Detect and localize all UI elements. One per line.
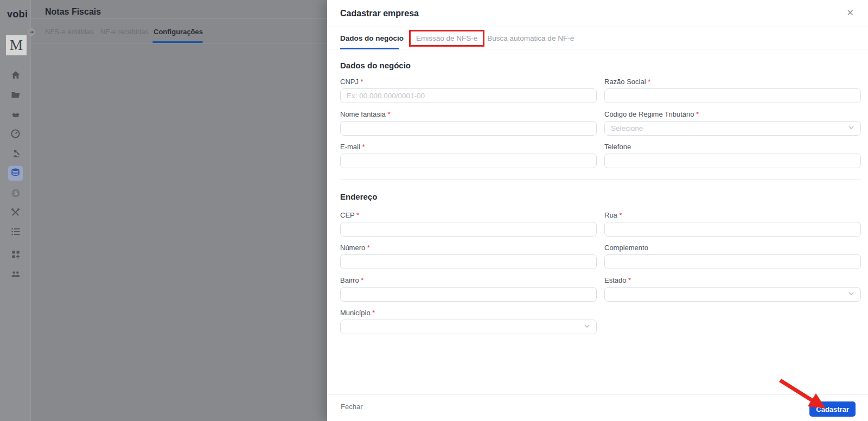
- field-rua: Rua *: [604, 211, 861, 237]
- field-complemento: Complemento: [604, 244, 861, 269]
- required-asterisk: *: [362, 143, 365, 151]
- tab-nfe-recebidas[interactable]: NF-e recebidas: [100, 28, 149, 36]
- field-bairro: Bairro *: [340, 276, 597, 302]
- page-title: Notas Fiscais: [45, 7, 101, 17]
- rua-input[interactable]: [604, 222, 861, 237]
- worker-icon: [10, 148, 21, 159]
- expand-arrow-icon: ⇥: [29, 30, 34, 35]
- codigo-de-regime-tributario-select[interactable]: Selecione: [604, 121, 861, 136]
- folder-icon: [10, 90, 21, 100]
- section-heading-endereco: Endereço: [340, 192, 861, 201]
- close-icon[interactable]: ✕: [847, 8, 854, 19]
- required-asterisk: *: [628, 276, 631, 284]
- svg-text:$: $: [14, 190, 17, 196]
- field-cnpj: CNPJ *: [340, 78, 597, 103]
- drawer-header: Cadastrar empresa ✕: [327, 0, 868, 27]
- dollar-icon: $: [11, 188, 21, 198]
- field-razao-social: Razão Social *: [604, 78, 861, 103]
- field-cep: CEP *: [340, 211, 597, 237]
- vobi-logo: vobi: [7, 9, 28, 20]
- fechar-button[interactable]: Fechar: [341, 403, 362, 411]
- sidebar-item-lists[interactable]: [0, 227, 31, 237]
- grid-plus-icon: [11, 250, 21, 259]
- drawer-footer: Fechar Cadastrar: [327, 394, 868, 421]
- sidebar-item-deals[interactable]: [0, 110, 31, 120]
- numero-input[interactable]: [340, 254, 597, 269]
- required-asterisk: *: [648, 78, 650, 86]
- tab-busca-automatica[interactable]: Busca automática de NF-e: [487, 34, 574, 42]
- chevron-down-icon: [584, 323, 590, 331]
- field-label: E-mail *: [340, 143, 597, 151]
- field-estado: Estado *: [604, 276, 861, 302]
- bairro-input[interactable]: [340, 287, 597, 302]
- sidebar-item-home[interactable]: [0, 69, 31, 80]
- required-asterisk: *: [387, 110, 390, 118]
- workspace-avatar[interactable]: M: [6, 35, 27, 55]
- field-label: Bairro *: [340, 276, 597, 284]
- field-codigo-de-regime-tributario: Código de Regime Tributário *Selecione: [604, 110, 861, 136]
- drawer-body: Dados do negócio CNPJ *Razão Social *Nom…: [327, 50, 868, 394]
- field-label: Telefone: [604, 143, 861, 151]
- field-telefone: Telefone: [604, 143, 861, 168]
- sidebar-item-projects[interactable]: [0, 90, 31, 100]
- sidebar: vobi M $: [0, 0, 31, 421]
- field-label: Razão Social *: [604, 78, 861, 86]
- required-asterisk: *: [356, 211, 359, 219]
- database-icon: [10, 167, 21, 180]
- tab-nfse-emitidas[interactable]: NFS-e emitidas: [45, 28, 94, 36]
- list-icon: [11, 227, 21, 237]
- field-numero: Número *: [340, 244, 597, 269]
- tab-emissao-de-nfse[interactable]: Emissão de NFS-e: [416, 34, 477, 42]
- sidebar-item-finance[interactable]: $: [0, 188, 31, 198]
- drawer-title: Cadastrar empresa: [340, 9, 419, 18]
- cnpj-input[interactable]: [340, 88, 597, 103]
- tabbar-divider: [31, 43, 327, 43]
- e-mail-input[interactable]: [340, 154, 597, 168]
- nome-fantasia-input[interactable]: [340, 121, 597, 136]
- sidebar-item-clients[interactable]: [0, 269, 31, 279]
- required-asterisk: *: [696, 110, 699, 118]
- sidebar-expand-button[interactable]: ⇥: [28, 28, 35, 36]
- people-icon: [10, 269, 21, 279]
- section-divider: [340, 179, 861, 180]
- tab-dados-do-negocio[interactable]: Dados do negócio: [340, 34, 404, 42]
- required-asterisk: *: [367, 244, 370, 252]
- sidebar-item-tools[interactable]: [0, 207, 31, 218]
- razao-social-input[interactable]: [604, 88, 861, 103]
- field-label: Complemento: [604, 244, 861, 252]
- sidebar-item-fiscal-notes[interactable]: [8, 165, 23, 181]
- field-label: Código de Regime Tributário *: [604, 110, 861, 118]
- field-municipio: Município *: [340, 309, 597, 334]
- cadastrar-button[interactable]: Cadastrar: [809, 401, 856, 417]
- telefone-input[interactable]: [604, 154, 861, 168]
- field-label: Estado *: [604, 276, 861, 284]
- home-icon: [10, 69, 21, 80]
- sidebar-item-apps[interactable]: [0, 250, 31, 259]
- handshake-icon: [10, 110, 21, 120]
- required-asterisk: *: [361, 78, 363, 86]
- header-divider: [31, 18, 327, 18]
- estado-select[interactable]: [604, 287, 861, 302]
- field-label: Município *: [340, 309, 597, 317]
- municipio-select[interactable]: [340, 320, 597, 334]
- field-label: Número *: [340, 244, 597, 252]
- active-tab-indicator: [152, 41, 203, 43]
- cadastrar-empresa-drawer: Cadastrar empresa ✕ Dados do negócio Emi…: [327, 0, 868, 421]
- field-label: Rua *: [604, 211, 861, 219]
- required-asterisk: *: [619, 211, 622, 219]
- cep-input[interactable]: [340, 222, 597, 237]
- required-asterisk: *: [372, 309, 375, 317]
- field-nome-fantasia: Nome fantasia *: [340, 110, 597, 136]
- drawer-tabbar: Dados do negócio Emissão de NFS-e Busca …: [327, 27, 868, 49]
- tools-icon: [10, 207, 21, 218]
- chevron-down-icon: [848, 290, 854, 298]
- sidebar-item-construction[interactable]: [0, 148, 31, 159]
- tab-configuracoes[interactable]: Configurações: [154, 28, 203, 36]
- annotation-red-box: Emissão de NFS-e: [409, 30, 484, 47]
- complemento-input[interactable]: [604, 254, 861, 269]
- field-label: CEP *: [340, 211, 597, 219]
- chevron-down-icon: [848, 124, 854, 132]
- sidebar-item-dashboard[interactable]: [0, 129, 31, 139]
- drawer-active-tab-indicator: [340, 48, 399, 49]
- required-asterisk: *: [361, 276, 363, 284]
